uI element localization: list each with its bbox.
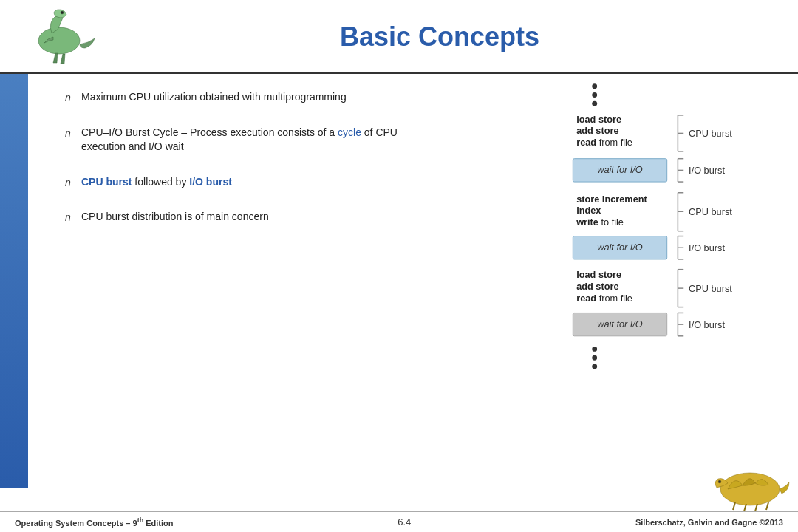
left-panel: n Maximum CPU utilization obtained with …: [28, 75, 442, 510]
io-box-1-label: wait for I/O: [597, 164, 643, 175]
dot-bottom-3: [592, 364, 597, 369]
right-panel: load store add store read from file CPU …: [442, 75, 798, 510]
brace-cpu3: CPU burst: [689, 283, 732, 294]
cpu3-line2: add store: [576, 281, 618, 292]
io-box-3-label: wait for I/O: [597, 318, 643, 330]
cpu3-line1: load store: [576, 269, 621, 280]
dino-left-logo: [15, 7, 96, 66]
cpu3-line3: read from file: [576, 293, 632, 304]
cpu2-line1: store increment: [576, 194, 647, 205]
svg-point-0: [38, 27, 80, 54]
dot-top-3: [592, 101, 597, 106]
dino-right-logo: [702, 460, 791, 511]
bullet-item-2: n CPU–I/O Burst Cycle – Process executio…: [65, 126, 427, 154]
bullet-n-3: n: [65, 177, 74, 188]
title-area: Basic Concepts: [96, 21, 783, 52]
svg-line-28: [733, 502, 735, 510]
bullet-item-1: n Maximum CPU utilization obtained with …: [65, 90, 427, 105]
bullet-text-2: CPU–I/O Burst Cycle – Process execution …: [81, 126, 427, 154]
dot-bottom-1: [592, 347, 597, 352]
cpu1-line1: load store: [576, 114, 621, 125]
svg-point-27: [718, 480, 721, 483]
main-content: n Maximum CPU utilization obtained with …: [28, 75, 798, 510]
header: Basic Concepts: [0, 0, 798, 74]
dot-bottom-2: [592, 355, 597, 361]
brace-cpu2: CPU burst: [689, 206, 732, 217]
burst-cycle-diagram: load store add store read from file CPU …: [442, 75, 798, 510]
bullet-text-1: Maximum CPU utilization obtained with mu…: [81, 90, 347, 105]
svg-line-31: [766, 502, 768, 510]
svg-point-26: [720, 473, 780, 505]
bullet-text-3: CPU burst followed by I/O burst: [81, 175, 232, 190]
sidebar-decoration: [0, 74, 28, 488]
footer-right-text: Silberschatz, Galvin and Gagne ©2013: [635, 518, 783, 527]
cpu2-line3: write to file: [576, 216, 624, 228]
bullet-text-4: CPU burst distribution is of main concer…: [81, 210, 269, 225]
svg-point-1: [61, 11, 64, 14]
dot-top-2: [592, 92, 597, 98]
cpu2-line2: index: [576, 205, 601, 216]
bullet-item-3: n CPU burst followed by I/O burst: [65, 175, 427, 190]
footer-left-text: Operating System Concepts – 9th Edition: [15, 516, 174, 528]
bullet-n-4: n: [65, 211, 74, 223]
brace-io3: I/O burst: [689, 319, 725, 330]
io-box-2-label: wait for I/O: [597, 242, 643, 253]
cycle-highlight: cycle: [338, 126, 361, 138]
cpu1-line2: add store: [576, 125, 618, 136]
dot-top-1: [592, 83, 597, 89]
io-burst-label: I/O burst: [189, 176, 232, 188]
cpu-burst-label: CPU burst: [81, 176, 132, 188]
footer: Operating System Concepts – 9th Edition …: [0, 511, 798, 532]
bullet-n-2: n: [65, 127, 74, 139]
footer-center-text: 6.4: [398, 516, 411, 528]
brace-io1: I/O burst: [689, 165, 725, 176]
cpu1-line3: read from file: [576, 137, 632, 148]
bullet-item-4: n CPU burst distribution is of main conc…: [65, 210, 427, 225]
bullet-n-1: n: [65, 92, 74, 103]
brace-io2: I/O burst: [689, 242, 725, 253]
brace-cpu1: CPU burst: [689, 128, 732, 139]
page-title: Basic Concepts: [96, 21, 783, 52]
